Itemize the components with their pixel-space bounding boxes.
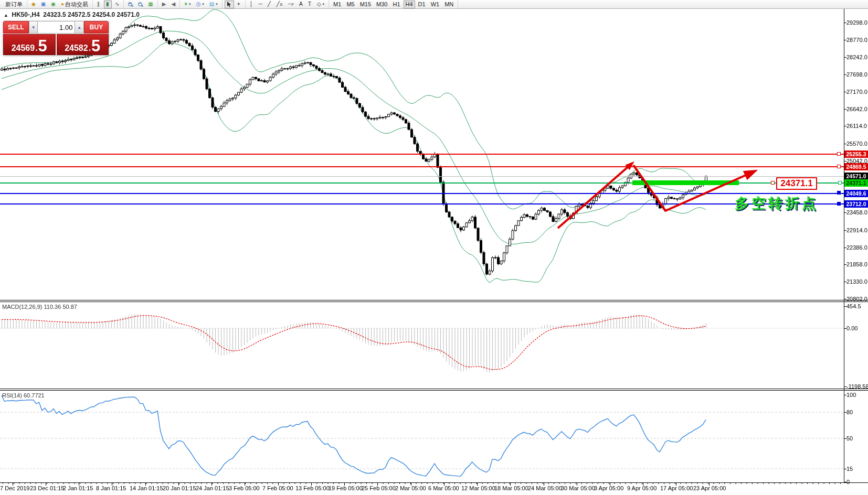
volume-increase-button[interactable]: ▲ <box>75 21 84 34</box>
price-tick-label: 21330.0 <box>846 278 867 285</box>
pane-separator[interactable] <box>0 300 868 300</box>
rsi-tick-label: 80 <box>846 409 853 415</box>
toolbar-group: + <box>223 0 246 8</box>
level-line-24049.6[interactable] <box>0 193 844 194</box>
auto-scroll-icon[interactable]: ▶ <box>160 1 168 8</box>
level-line-24869.5[interactable] <box>0 166 844 167</box>
price-level-callout[interactable]: 24371.1 <box>776 177 817 190</box>
tf-m15-button[interactable]: M15 <box>358 1 373 8</box>
chart-canvas[interactable] <box>0 0 868 495</box>
object-anchor-handle[interactable] <box>837 152 841 156</box>
chart-shift-icon[interactable]: ◀ <box>169 1 177 8</box>
auto-scroll-icon-glyph: ▶ <box>162 2 166 7</box>
tile-windows-icon-glyph: ▦ <box>148 2 153 7</box>
new-order-button-label: 新订单 <box>5 1 23 8</box>
time-tick-label: 25 Feb 05:00 <box>362 485 396 491</box>
time-tick-label: 19 Feb 05:00 <box>329 485 363 491</box>
tf-mn-button[interactable]: MN <box>442 1 456 8</box>
rsi-indicator-label: RSI(14) 60.7721 <box>2 392 45 399</box>
price-tick-label: 27170.0 <box>846 89 867 95</box>
time-tick-label: 2 Mar 05:00 <box>395 485 426 491</box>
turning-point-annotation[interactable]: 多空转折点 <box>735 194 819 213</box>
shapes-icon[interactable]: ◇▾ <box>315 1 326 8</box>
level-line-25255.3[interactable] <box>0 154 844 155</box>
collapse-marker-icon: ▲ <box>4 13 8 18</box>
level-line-23712.0[interactable] <box>0 203 844 205</box>
sell-price-display[interactable]: 24569 . 5 <box>3 34 56 55</box>
period-icon[interactable]: ◷▾ <box>194 1 206 8</box>
profiles-icon-glyph: ▣ <box>41 2 46 7</box>
channel-icon-glyph: ╱ <box>277 2 280 7</box>
horizontal-line-icon[interactable]: ─ <box>257 1 264 8</box>
tf-m30-button[interactable]: M30 <box>374 1 389 8</box>
tf-w1-button[interactable]: W1 <box>429 1 442 8</box>
buy-price-display[interactable]: 24582 . 5 <box>57 34 109 55</box>
buy-price-dot: . <box>89 44 91 53</box>
price-tick-label: 28770.0 <box>846 37 867 43</box>
trendline-icon[interactable]: ╱ <box>266 1 273 8</box>
buy-button[interactable]: BUY <box>84 21 109 34</box>
tf-d1-button[interactable]: D1 <box>416 1 428 8</box>
template-icon[interactable]: ▤▾ <box>207 1 220 8</box>
time-tick-label: 6 Mar 05:00 <box>428 485 459 491</box>
supply-zone-highlight[interactable] <box>632 180 739 185</box>
volume-input[interactable] <box>38 21 75 34</box>
object-anchor-handle[interactable] <box>837 202 841 206</box>
fibonacci-icon[interactable]: ┄F <box>286 1 296 8</box>
add-indicator-icon-glyph: + <box>184 2 187 7</box>
cursor-icon[interactable] <box>225 1 234 8</box>
label-icon[interactable]: T <box>306 1 314 8</box>
sell-button[interactable]: SELL <box>3 21 29 34</box>
line-chart-icon[interactable]: ∿ <box>113 1 121 8</box>
time-tick-label: 23 Apr 05:00 <box>693 485 726 491</box>
time-tick-label: 3 Apr 05:00 <box>594 485 623 491</box>
object-anchor-handle[interactable] <box>837 165 841 168</box>
candlestick-chart-icon[interactable]: ▮ <box>104 1 112 8</box>
tf-h4-button[interactable]: H4 <box>404 1 415 8</box>
channel-icon[interactable]: ╱E <box>274 1 285 8</box>
object-anchor-handle[interactable] <box>837 191 841 195</box>
tile-windows-icon[interactable]: ▦ <box>146 1 155 8</box>
crosshair-icon[interactable]: + <box>235 1 243 8</box>
toolbar-group: ◆▣◉●自动交易 <box>27 0 93 8</box>
buy-price-frac: 5 <box>91 39 100 53</box>
template-icon-glyph: ▤ <box>209 2 214 7</box>
pane-separator <box>0 302 868 302</box>
object-anchor-handle[interactable] <box>838 181 842 185</box>
price-badge-24571.0: 24571.0 <box>844 173 868 180</box>
dropdown-caret-icon[interactable]: ▾ <box>189 2 191 6</box>
pane-separator[interactable] <box>0 389 868 389</box>
line-chart-icon-glyph: ∿ <box>115 2 119 7</box>
new-order-button[interactable]: 新订单 <box>3 1 25 8</box>
volume-decrease-button[interactable]: ▼ <box>29 21 38 34</box>
time-tick-label: 14 Jan 01:15 <box>130 485 163 491</box>
object-anchor-handle[interactable] <box>771 181 775 185</box>
dropdown-caret-icon[interactable]: ▾ <box>202 2 204 6</box>
signals-icon[interactable]: ◉ <box>49 1 58 8</box>
time-tick-label: 7 Feb 05:00 <box>262 485 293 491</box>
price-badge-24049.6: 24049.6 <box>844 190 868 197</box>
bar-chart-icon[interactable]: ∥ <box>95 1 103 8</box>
dropdown-caret-icon[interactable]: ▾ <box>323 2 325 6</box>
time-tick-label: 17 Dec 2019 <box>0 485 29 491</box>
vertical-line-icon[interactable]: │ <box>248 1 256 8</box>
funnel-icon[interactable]: ◆ <box>29 1 38 8</box>
tf-m15-button-label: M15 <box>360 1 371 7</box>
text-icon[interactable]: A <box>297 1 305 8</box>
autotrade-button[interactable]: ●自动交易 <box>59 1 90 8</box>
price-badge-25255.3: 25255.3 <box>844 150 868 158</box>
tf-m1-button[interactable]: M1 <box>331 1 343 8</box>
level-line-24571.0[interactable] <box>0 176 844 177</box>
zoom-in-icon[interactable]: + <box>126 1 135 8</box>
zoom-out-icon[interactable]: − <box>136 1 145 8</box>
macd-tick-label: 0.00 <box>846 325 858 331</box>
profiles-icon[interactable]: ▣ <box>39 1 48 8</box>
tf-m5-button[interactable]: M5 <box>344 1 356 8</box>
zoom-out-icon-glyph: − <box>138 2 143 7</box>
price-badge-24869.5: 24869.5 <box>844 163 868 170</box>
dropdown-caret-icon[interactable]: ▾ <box>216 2 218 6</box>
add-indicator-icon[interactable]: +▾ <box>182 1 193 8</box>
tf-h1-button[interactable]: H1 <box>390 1 402 8</box>
sell-price-frac: 5 <box>38 39 47 53</box>
price-badge-24371.1: 24371.1 <box>844 179 868 187</box>
